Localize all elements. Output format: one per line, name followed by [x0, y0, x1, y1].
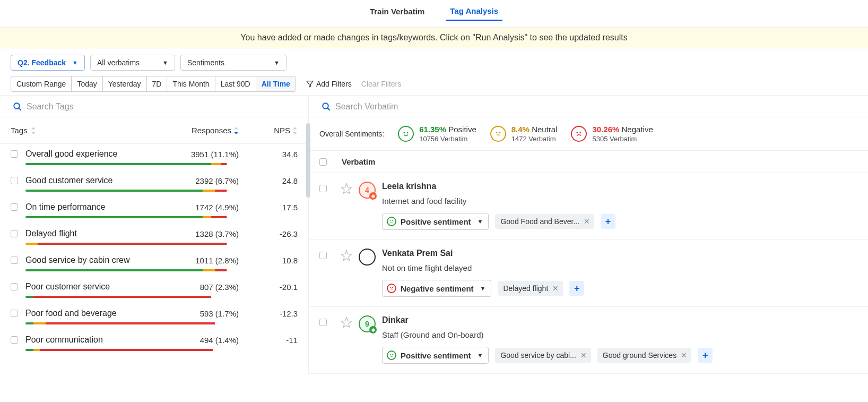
- add-tag-button[interactable]: +: [569, 281, 584, 296]
- search-verbatim-row: [309, 96, 868, 117]
- smile-icon: [387, 217, 396, 226]
- time-range-custom-range[interactable]: Custom Range: [11, 76, 72, 91]
- smile-icon: [387, 350, 396, 360]
- tag-row[interactable]: Poor communication 494 (1.4%) -11: [0, 330, 308, 356]
- tag-responses: 1011 (2.8%): [170, 256, 239, 265]
- svg-point-4: [404, 132, 405, 133]
- tag-chip-label: Good ground Services: [603, 351, 676, 360]
- col-responses-label[interactable]: Responses: [192, 126, 231, 135]
- verbatim-author: Venkata Prem Sai: [382, 249, 857, 258]
- time-range-this-month[interactable]: This Month: [167, 76, 215, 91]
- tag-chip-label: Delayed flight: [503, 284, 548, 293]
- sentiments-dropdown[interactable]: Sentiments ▼: [180, 55, 287, 71]
- time-range-last-90d[interactable]: Last 90D: [215, 76, 256, 91]
- sentiment-dropdown[interactable]: Positive sentiment ▼: [382, 213, 489, 230]
- tag-row[interactable]: On time performance 1742 (4.9%) 17.5: [0, 197, 308, 224]
- tag-checkbox[interactable]: [11, 256, 18, 264]
- verbatim-author: Leela krishna: [382, 182, 857, 191]
- tag-checkbox[interactable]: [11, 310, 18, 317]
- remove-tag-icon[interactable]: ✕: [580, 351, 587, 360]
- tab-train-verbatim[interactable]: Train Verbatim: [366, 7, 429, 20]
- star-icon[interactable]: [341, 183, 352, 194]
- tab-tag-analysis[interactable]: Tag Analysis: [446, 6, 502, 21]
- svg-point-14: [393, 287, 393, 288]
- verbatims-dropdown[interactable]: All verbatims ▼: [90, 55, 175, 71]
- star-icon[interactable]: [341, 250, 352, 261]
- tag-nps: -11: [239, 336, 298, 345]
- sort-icon: [31, 127, 36, 134]
- clear-filters-button[interactable]: Clear Filters: [361, 80, 401, 88]
- tag-checkbox[interactable]: [11, 203, 18, 211]
- verbatim-checkbox[interactable]: [319, 319, 327, 326]
- tag-row[interactable]: Poor customer service 807 (2.3%) -20.1: [0, 277, 308, 303]
- scrollbar-thumb[interactable]: [306, 123, 310, 198]
- tag-chip[interactable]: Good ground Services✕: [597, 348, 691, 363]
- search-verbatim-input[interactable]: [335, 102, 857, 112]
- tag-row[interactable]: Overall good experience 3951 (11.1%) 34.…: [0, 144, 308, 170]
- tag-nps: 24.8: [239, 176, 298, 185]
- remove-tag-icon[interactable]: ✕: [584, 217, 590, 226]
- time-range-today[interactable]: Today: [72, 76, 102, 91]
- chevron-down-icon: ▼: [478, 218, 483, 225]
- tag-checkbox[interactable]: [11, 150, 18, 158]
- add-tag-button[interactable]: +: [601, 214, 615, 229]
- star-icon[interactable]: [341, 317, 352, 328]
- tag-chip[interactable]: Good Food and Bever...✕: [495, 214, 594, 229]
- verbatim-author: Dinkar: [382, 315, 857, 325]
- verbatim-row: Venkata Prem Sai Not on time flight dela…: [309, 240, 868, 307]
- avatar: 4◆: [359, 182, 376, 199]
- shield-icon: ◆: [369, 192, 377, 200]
- tag-chip[interactable]: Good service by cabi...✕: [495, 348, 591, 363]
- col-nps-label[interactable]: NPS: [274, 126, 290, 135]
- col-tags-label[interactable]: Tags: [11, 126, 28, 135]
- remove-tag-icon[interactable]: ✕: [552, 284, 559, 293]
- search-tags-input[interactable]: [27, 102, 298, 112]
- svg-point-13: [390, 287, 391, 288]
- time-range-7d[interactable]: 7D: [147, 76, 168, 91]
- tag-row[interactable]: Good service by cabin crew 1011 (2.8%) 1…: [0, 250, 308, 277]
- tag-chip-label: Good service by cabi...: [500, 351, 576, 360]
- sentiment-bar: [25, 190, 227, 192]
- verbatim-text: Staff (Ground and On-board): [382, 330, 857, 339]
- time-range-yesterday[interactable]: Yesterday: [103, 76, 147, 91]
- sentiment-dropdown[interactable]: Positive sentiment ▼: [382, 347, 489, 364]
- verbatim-checkbox[interactable]: [319, 185, 327, 192]
- tag-chip-label: Good Food and Bever...: [500, 217, 579, 226]
- frown-icon: [571, 126, 587, 142]
- svg-point-11: [390, 220, 391, 221]
- add-tag-button[interactable]: +: [698, 348, 713, 363]
- tag-nps: -20.1: [239, 283, 298, 292]
- tags-column-headers: Tags Responses NPS: [0, 117, 308, 144]
- tag-checkbox[interactable]: [11, 230, 18, 237]
- smile-icon: [398, 126, 414, 142]
- select-all-verbatim-checkbox[interactable]: [319, 158, 327, 166]
- neutral-face-icon: [490, 126, 506, 142]
- tag-checkbox[interactable]: [11, 336, 18, 344]
- sentiment-label: Positive sentiment: [401, 351, 471, 360]
- negative-sentiment-summary: 30.26% Negative 5305 Verbatim: [571, 125, 653, 143]
- neutral-sentiment-summary: 8.4% Neutral 1472 Verbatim: [490, 125, 558, 143]
- svg-point-5: [407, 132, 408, 133]
- sort-icon: [292, 127, 298, 134]
- tag-row[interactable]: Delayed flight 1328 (3.7%) -26.3: [0, 224, 308, 250]
- add-filters-button[interactable]: Add Filters: [306, 80, 352, 88]
- verbatim-checkbox[interactable]: [319, 252, 327, 259]
- tag-checkbox[interactable]: [11, 283, 18, 290]
- sentiments-dropdown-label: Sentiments: [187, 58, 224, 67]
- tag-label: Poor customer service: [25, 282, 170, 292]
- tag-row[interactable]: Good customer service 2392 (6.7%) 24.8: [0, 170, 308, 197]
- sentiment-bar: [25, 243, 227, 245]
- time-range-all-time[interactable]: All Time: [256, 76, 296, 91]
- svg-point-0: [14, 103, 20, 109]
- tag-label: Overall good experience: [25, 149, 170, 159]
- tag-chip[interactable]: Delayed flight✕: [498, 281, 563, 296]
- remove-tag-icon[interactable]: ✕: [681, 351, 687, 360]
- tag-nps: -26.3: [239, 229, 298, 238]
- tag-row[interactable]: Poor food and beverage 593 (1.7%) -12.3: [0, 303, 308, 330]
- verbatim-list-header: Verbatim: [309, 151, 868, 173]
- avatar: [359, 249, 376, 266]
- question-dropdown[interactable]: Q2. Feedback ▼: [11, 55, 85, 71]
- svg-point-16: [393, 354, 393, 355]
- sentiment-dropdown[interactable]: Negative sentiment ▼: [382, 280, 491, 297]
- tag-checkbox[interactable]: [11, 177, 18, 184]
